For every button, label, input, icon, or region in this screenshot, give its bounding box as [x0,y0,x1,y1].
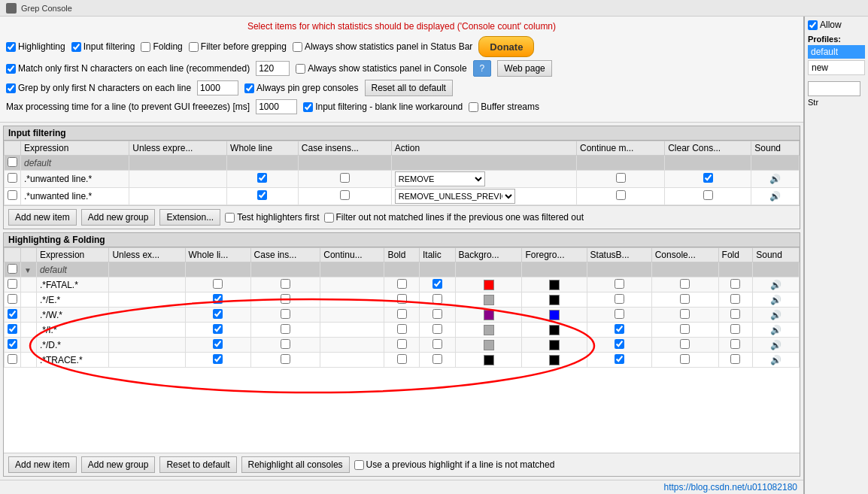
hl-rehighlight-button[interactable]: Rehighlight all consoles [241,456,350,473]
hl-console-d[interactable] [680,339,690,349]
hl-fg-w[interactable] [549,310,560,320]
always-show-stats-console-label[interactable]: Always show statistics panel in Console [296,63,466,74]
if-clear-2[interactable] [703,190,713,200]
hl-bg-w[interactable] [484,310,494,320]
reset-all-button[interactable]: Reset all to default [365,80,453,96]
hl-check-d[interactable] [8,339,17,349]
hl-italic-e[interactable] [432,294,442,304]
hl-italic-w[interactable] [432,309,442,319]
input-filtering-checkbox[interactable] [71,42,81,52]
hl-case-fatal[interactable] [281,279,290,289]
grep-by-first-checkbox[interactable] [6,83,16,93]
input-filtering-blank-label[interactable]: Input filtering - blank line workaround [303,102,463,112]
hl-fg-e[interactable] [549,295,560,305]
hl-check-fatal[interactable] [8,279,17,289]
if-whole-2[interactable] [257,190,267,200]
folding-checkbox[interactable] [141,42,150,52]
hl-status-d[interactable] [615,339,624,349]
always-pin-grep-label[interactable]: Always pin grep consoles [244,83,358,93]
hl-status-e[interactable] [615,294,624,304]
if-test-highlighters-checkbox[interactable] [225,213,235,223]
hl-bg-i[interactable] [484,325,494,335]
hl-check-i[interactable] [8,324,17,334]
hl-whole-trace[interactable] [213,354,223,364]
hl-reset-button[interactable]: Reset to default [159,456,236,473]
if-clear-1[interactable] [703,173,713,183]
hl-case-d[interactable] [281,339,290,349]
hl-fold-d[interactable] [730,339,740,349]
hl-console-i[interactable] [680,324,690,334]
hl-status-trace[interactable] [615,354,624,364]
match-only-first-label[interactable]: Match only first N characters on each li… [6,63,250,74]
hl-fg-i[interactable] [549,325,560,335]
allow-checkbox-label[interactable]: Allow [808,20,865,30]
hl-whole-w[interactable] [213,309,223,319]
hl-fold-i[interactable] [730,324,740,334]
hl-bold-i[interactable] [397,324,407,334]
grep-value-input[interactable] [197,80,238,95]
str-input[interactable] [808,81,860,96]
match-value-input[interactable] [256,61,290,76]
input-filtering-blank-checkbox[interactable] [303,102,313,112]
hl-check-w[interactable] [8,309,17,319]
hl-fold-e[interactable] [730,294,740,304]
hl-console-fatal[interactable] [680,279,690,289]
hl-use-previous-checkbox[interactable] [354,460,364,470]
hl-fg-fatal[interactable] [549,280,560,290]
if-cont-1[interactable] [616,173,626,183]
buffer-streams-checkbox[interactable] [469,102,478,112]
folding-checkbox-label[interactable]: Folding [141,41,182,52]
always-pin-grep-checkbox[interactable] [244,83,254,93]
if-cont-2[interactable] [616,190,626,200]
if-add-group-button[interactable]: Add new group [81,209,156,226]
hl-fg-trace[interactable] [549,355,560,365]
filter-before-grep-label[interactable]: Filter before grepping [189,41,287,52]
expand-icon[interactable]: ▼ [24,266,32,274]
match-only-first-checkbox[interactable] [6,64,16,74]
hl-bg-trace[interactable] [484,355,494,365]
profile-new[interactable]: new [808,60,865,75]
filter-before-grep-checkbox[interactable] [189,42,199,52]
if-filter-not-matched-checkbox[interactable] [324,213,334,223]
max-value-input[interactable] [256,99,297,114]
if-extension-button[interactable]: Extension... [159,209,220,226]
hl-console-e[interactable] [680,294,690,304]
buffer-streams-label[interactable]: Buffer streams [469,102,539,112]
hl-use-previous-label[interactable]: Use a previous highlight if a line is no… [354,459,555,470]
hl-console-trace[interactable] [680,354,690,364]
hl-bg-e[interactable] [484,295,494,305]
always-show-stats-console-checkbox[interactable] [296,64,305,74]
input-filtering-checkbox-label[interactable]: Input filtering [71,41,135,52]
hl-whole-i[interactable] [213,324,223,334]
hl-italic-d[interactable] [432,339,442,349]
hl-add-item-button[interactable]: Add new item [8,456,77,473]
hl-bg-fatal[interactable] [484,280,494,290]
hl-italic-fatal[interactable] [432,279,442,289]
hl-bold-d[interactable] [397,339,407,349]
if-case-1[interactable] [340,173,350,183]
hl-case-w[interactable] [281,309,290,319]
hl-italic-trace[interactable] [432,354,442,364]
hl-fg-d[interactable] [549,340,560,350]
if-test-highlighters-label[interactable]: Test highlighters first [225,212,319,223]
hl-check-e[interactable] [8,294,17,304]
hl-case-e[interactable] [281,294,290,304]
hl-console-w[interactable] [680,309,690,319]
if-row-check-1[interactable] [8,173,17,183]
highlighting-checkbox[interactable] [6,42,16,52]
always-show-stats-status-label[interactable]: Always show statistics panel in Status B… [293,41,472,52]
hl-italic-i[interactable] [432,324,442,334]
if-action-2[interactable]: REMOVE_UNLESS_PREVIOUSLY... [395,189,515,204]
hl-add-group-button[interactable]: Add new group [81,456,156,473]
if-action-1[interactable]: REMOVE [395,171,485,186]
hl-fold-w[interactable] [730,309,740,319]
donate-button[interactable]: Donate [478,36,534,57]
if-filter-not-matched-label[interactable]: Filter out not matched lines if the prev… [324,212,584,223]
hl-whole-d[interactable] [213,339,223,349]
hl-status-fatal[interactable] [615,279,624,289]
highlighting-checkbox-label[interactable]: Highlighting [6,41,65,52]
hl-case-i[interactable] [281,324,290,334]
allow-checkbox[interactable] [808,20,818,30]
question-button[interactable]: ? [473,60,492,77]
hl-fold-fatal[interactable] [730,279,740,289]
